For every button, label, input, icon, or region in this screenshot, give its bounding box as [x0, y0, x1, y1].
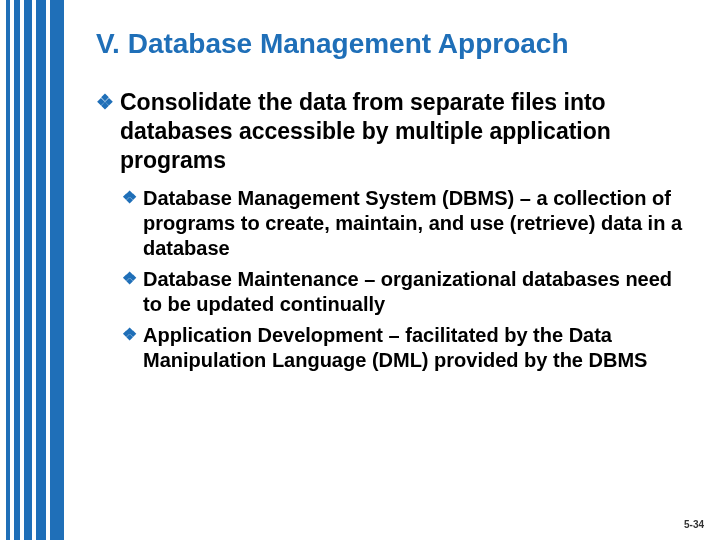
bullet-level1: ❖ Consolidate the data from separate fil… [96, 88, 690, 174]
diamond-bullet-icon: ❖ [122, 186, 137, 261]
bullet-level2: ❖ Database Management System (DBMS) – a … [122, 186, 690, 261]
bullet-text: Database Maintenance – organizational da… [143, 267, 690, 317]
bullet-text: Database Management System (DBMS) – a co… [143, 186, 690, 261]
bullet-level2: ❖ Database Maintenance – organizational … [122, 267, 690, 317]
side-stripes [0, 0, 70, 540]
diamond-bullet-icon: ❖ [96, 88, 114, 174]
diamond-bullet-icon: ❖ [122, 323, 137, 373]
diamond-bullet-icon: ❖ [122, 267, 137, 317]
bullet-text: Consolidate the data from separate files… [120, 88, 690, 174]
slide: V. Database Management Approach ❖ Consol… [0, 0, 720, 540]
bullet-level2: ❖ Application Development – facilitated … [122, 323, 690, 373]
page-number: 5-34 [684, 519, 704, 530]
bullet-text: Application Development – facilitated by… [143, 323, 690, 373]
slide-title: V. Database Management Approach [96, 28, 690, 60]
content-area: V. Database Management Approach ❖ Consol… [96, 28, 690, 379]
